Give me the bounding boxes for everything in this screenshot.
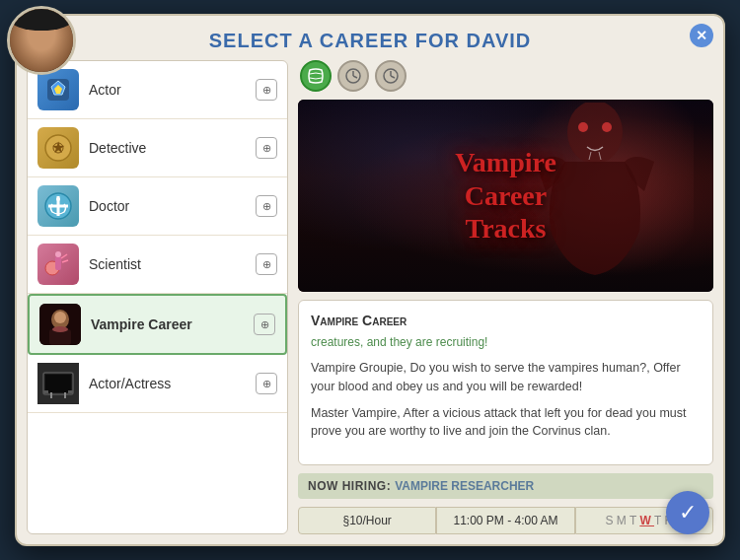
day-m: M — [617, 514, 629, 527]
svg-rect-11 — [55, 256, 61, 270]
confirm-button[interactable]: ✓ — [666, 491, 709, 534]
scientist-expand[interactable]: ⊕ — [256, 253, 277, 275]
scientist-icon — [37, 244, 79, 285]
vampire-icon — [39, 304, 81, 345]
hiring-label: Now Hiring: — [308, 479, 391, 493]
actress-expand[interactable]: ⊕ — [256, 373, 277, 394]
career-name-vampire: Vampire Career — [91, 316, 248, 332]
svg-line-32 — [391, 76, 395, 78]
career-item-doctor[interactable]: Doctor ⊕ — [28, 177, 287, 236]
avatar — [7, 6, 76, 75]
career-image: Vampire Career Tracks — [298, 100, 713, 292]
hiring-job: Vampire researcher — [395, 479, 534, 493]
image-title-text: Vampire Career Tracks — [455, 146, 556, 245]
job-details: §10/Hour 11:00 PM - 4:00 AM S M T W T F … — [298, 507, 713, 534]
svg-line-29 — [353, 76, 357, 78]
image-title-line3: Tracks — [455, 212, 556, 245]
career-name-detective: Detective — [89, 140, 250, 156]
pay-cell: §10/Hour — [298, 507, 436, 534]
day-w: W — [639, 514, 654, 527]
filter-option1[interactable] — [337, 60, 369, 92]
svg-rect-22 — [45, 375, 71, 392]
doctor-icon — [37, 185, 79, 227]
modal-title: Select a Career for David — [17, 16, 723, 60]
career-title: Vampire Career — [311, 311, 701, 331]
career-name-actress: Actor/Actress — [89, 376, 250, 391]
career-name-scientist: Scientist — [89, 256, 250, 272]
career-name-doctor: Doctor — [89, 198, 250, 214]
image-title-line2: Career — [455, 179, 556, 213]
actor-icon — [37, 69, 79, 110]
svg-point-9 — [56, 197, 60, 201]
svg-point-19 — [52, 326, 68, 332]
career-description: Vampire Career creatures, and they are r… — [298, 300, 713, 465]
filter-all[interactable] — [300, 60, 332, 92]
hours-cell: 11:00 PM - 4:00 AM — [436, 507, 574, 534]
svg-point-17 — [54, 312, 66, 323]
image-title-line1: Vampire — [455, 146, 556, 179]
day-t2: T — [654, 514, 664, 527]
svg-line-13 — [61, 254, 67, 258]
svg-point-12 — [55, 251, 61, 257]
career-list: Actor ⊕ ★ Detective ⊕ — [27, 60, 288, 534]
career-selection-modal: ✕ Select a Career for David Actor ⊕ — [15, 14, 725, 546]
doctor-expand[interactable]: ⊕ — [256, 195, 277, 217]
career-item-scientist[interactable]: Scientist ⊕ — [28, 236, 287, 294]
career-detail-panel: Vampire Career Tracks Vampire Career cre… — [298, 60, 713, 534]
actress-icon — [37, 363, 79, 404]
career-item-detective[interactable]: ★ Detective ⊕ — [28, 119, 287, 177]
filter-icons — [298, 60, 713, 92]
filter-option2[interactable] — [375, 60, 407, 92]
svg-rect-25 — [43, 390, 48, 393]
career-name-actor: Actor — [89, 82, 250, 98]
svg-point-33 — [567, 103, 623, 164]
vampire-expand[interactable]: ⊕ — [254, 314, 275, 335]
career-item-actress[interactable]: Actor/Actress ⊕ — [28, 355, 287, 413]
day-s1: S — [605, 514, 616, 527]
svg-line-14 — [62, 260, 68, 262]
avatar-face — [10, 9, 73, 72]
day-t1: T — [629, 514, 639, 527]
detective-expand[interactable]: ⊕ — [256, 137, 277, 159]
svg-rect-26 — [68, 390, 73, 393]
actor-expand[interactable]: ⊕ — [256, 79, 277, 101]
modal-content: Actor ⊕ ★ Detective ⊕ — [17, 60, 723, 544]
svg-point-35 — [602, 122, 612, 132]
close-button[interactable]: ✕ — [690, 24, 713, 47]
svg-point-34 — [578, 122, 588, 132]
career-description-para2: Master Vampire, After a vicious attack t… — [311, 404, 701, 442]
avatar-hair — [10, 9, 73, 31]
career-description-para1: Vampire Groupie, Do you wish to serve th… — [311, 359, 701, 396]
career-subtitle: creatures, and they are recruiting! — [311, 333, 701, 351]
career-item-vampire[interactable]: Vampire Career ⊕ — [28, 294, 287, 355]
detective-icon: ★ — [37, 127, 79, 169]
hiring-bar: Now Hiring: Vampire researcher — [298, 473, 713, 499]
